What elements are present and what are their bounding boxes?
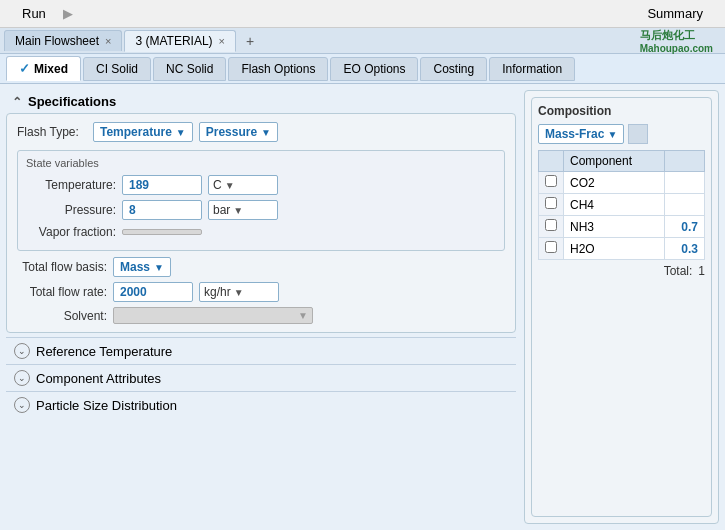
total-flow-rate-row: Total flow rate: kg/hr ▼ (17, 282, 505, 302)
tab-nc-solid-label: NC Solid (166, 62, 213, 76)
total-flow-rate-unit-arrow: ▼ (234, 287, 244, 298)
comp-checkbox-ch4[interactable] (539, 194, 564, 216)
component-attributes-label: Component Attributes (36, 371, 161, 386)
composition-total-label: Total: (664, 264, 693, 278)
summary-button[interactable]: Summary (635, 4, 715, 23)
composition-total-value: 1 (698, 264, 705, 278)
mixed-check-icon: ✓ (19, 61, 30, 76)
comp-value-co2[interactable] (665, 172, 705, 194)
flowsheet-tab-material-close[interactable]: × (219, 35, 225, 47)
comp-row-h2o: H2O 0.3 (539, 238, 705, 260)
total-flow-rate-unit-select[interactable]: kg/hr ▼ (199, 282, 279, 302)
comp-table-value-header (665, 151, 705, 172)
comp-name-ch4: CH4 (564, 194, 665, 216)
flash-type-label: Flash Type: (17, 125, 87, 139)
flash-type-arrow: ▼ (176, 127, 186, 138)
add-tab-button[interactable]: + (238, 31, 262, 51)
total-flow-rate-label: Total flow rate: (17, 285, 107, 299)
tab-costing[interactable]: Costing (420, 57, 487, 81)
pressure-unit-select[interactable]: bar ▼ (208, 200, 278, 220)
comp-table-checkbox-header (539, 151, 564, 172)
run-button[interactable]: Run (10, 4, 58, 23)
comp-row-co2: CO2 (539, 172, 705, 194)
temperature-input[interactable] (122, 175, 202, 195)
tab-ci-solid[interactable]: CI Solid (83, 57, 151, 81)
comp-row-nh3: NH3 0.7 (539, 216, 705, 238)
flowsheet-tab-main-close[interactable]: × (105, 35, 111, 47)
tab-eo-options[interactable]: EO Options (330, 57, 418, 81)
composition-basis-row: Mass-Frac ▼ (538, 124, 705, 144)
comp-value-h2o[interactable]: 0.3 (665, 238, 705, 260)
flowsheet-tab-material[interactable]: 3 (MATERIAL) × (124, 30, 236, 52)
composition-total-row: Total: 1 (538, 264, 705, 278)
flowsheet-tab-main[interactable]: Main Flowsheet × (4, 30, 122, 51)
temperature-unit-select[interactable]: C ▼ (208, 175, 278, 195)
composition-table: Component CO2 CH4 (538, 150, 705, 260)
comp-name-h2o: H2O (564, 238, 665, 260)
specifications-chevron: ⌃ (12, 95, 22, 109)
solvent-select[interactable]: ▼ (113, 307, 313, 324)
temperature-label: Temperature: (26, 178, 116, 192)
vapor-fraction-row: Vapor fraction: (26, 225, 496, 239)
separator: ▶ (63, 6, 73, 21)
composition-basis-select[interactable]: Mass-Frac ▼ (538, 124, 624, 144)
tab-information[interactable]: Information (489, 57, 575, 81)
comp-checkbox-co2[interactable] (539, 172, 564, 194)
pressure-unit-arrow: ▼ (233, 205, 243, 216)
temperature-row: Temperature: C ▼ (26, 175, 496, 195)
particle-size-label: Particle Size Distribution (36, 398, 177, 413)
tab-eo-options-label: EO Options (343, 62, 405, 76)
total-flow-basis-label: Total flow basis: (17, 260, 107, 274)
total-flow-rate-unit-value: kg/hr (204, 285, 231, 299)
flash-type-value: Temperature (100, 125, 172, 139)
flowsheet-tab-bar: Main Flowsheet × 3 (MATERIAL) × + 马后炮化工 … (0, 28, 725, 54)
flash-type-second-select[interactable]: Pressure ▼ (199, 122, 278, 142)
tab-ci-solid-label: CI Solid (96, 62, 138, 76)
particle-size-section[interactable]: ⌄ Particle Size Distribution (6, 391, 516, 418)
total-flow-basis-select[interactable]: Mass ▼ (113, 257, 171, 277)
comp-row-ch4: CH4 (539, 194, 705, 216)
pressure-row: Pressure: bar ▼ (26, 200, 496, 220)
comp-checkbox-h2o[interactable] (539, 238, 564, 260)
comp-checkbox-nh3[interactable] (539, 216, 564, 238)
tab-flash-options-label: Flash Options (241, 62, 315, 76)
flowsheet-tab-main-label: Main Flowsheet (15, 34, 99, 48)
tab-nc-solid[interactable]: NC Solid (153, 57, 226, 81)
ref-temperature-section[interactable]: ⌄ Reference Temperature (6, 337, 516, 364)
state-variables-box: State variables Temperature: C ▼ Pressur… (17, 150, 505, 251)
tab-flash-options[interactable]: Flash Options (228, 57, 328, 81)
pressure-unit-value: bar (213, 203, 230, 217)
flash-type-select[interactable]: Temperature ▼ (93, 122, 193, 142)
tab-costing-label: Costing (433, 62, 474, 76)
pressure-input[interactable] (122, 200, 202, 220)
specifications-header[interactable]: ⌃ Specifications (6, 90, 516, 113)
composition-basis-value: Mass-Frac (545, 127, 604, 141)
pressure-label: Pressure: (26, 203, 116, 217)
flowsheet-tab-material-label: 3 (MATERIAL) (135, 34, 212, 48)
solvent-row: Solvent: ▼ (17, 307, 505, 324)
flash-type-second-arrow: ▼ (261, 127, 271, 138)
comp-value-nh3[interactable]: 0.7 (665, 216, 705, 238)
specifications-title: Specifications (28, 94, 116, 109)
solvent-arrow: ▼ (298, 310, 308, 321)
total-flow-rate-input[interactable] (113, 282, 193, 302)
tab-mixed[interactable]: ✓ Mixed (6, 56, 81, 81)
vapor-fraction-input (122, 229, 202, 235)
total-flow-basis-value: Mass (120, 260, 150, 274)
tab-mixed-label: Mixed (34, 62, 68, 76)
specifications-form: Flash Type: Temperature ▼ Pressure ▼ Sta… (6, 113, 516, 333)
flash-type-second-value: Pressure (206, 125, 257, 139)
comp-name-co2: CO2 (564, 172, 665, 194)
composition-color-swatch (628, 124, 648, 144)
temperature-unit-value: C (213, 178, 222, 192)
solvent-label: Solvent: (17, 309, 107, 323)
tab-information-label: Information (502, 62, 562, 76)
temperature-unit-arrow: ▼ (225, 180, 235, 191)
composition-panel: Composition Mass-Frac ▼ Component (524, 90, 719, 524)
total-flow-basis-row: Total flow basis: Mass ▼ (17, 257, 505, 277)
state-vars-title: State variables (26, 157, 496, 169)
component-attributes-section[interactable]: ⌄ Component Attributes (6, 364, 516, 391)
comp-value-ch4[interactable] (665, 194, 705, 216)
particle-size-chevron: ⌄ (14, 397, 30, 413)
component-attributes-chevron: ⌄ (14, 370, 30, 386)
